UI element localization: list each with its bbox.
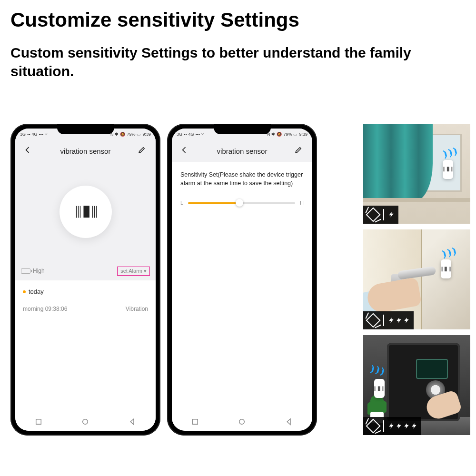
svg-rect-2 xyxy=(193,419,198,424)
intensity-badge xyxy=(363,311,414,329)
sensor-device-icon: ⦀▮⦀ xyxy=(441,259,451,278)
signal-waves-icon: ⦘⦘⦘ xyxy=(368,363,387,377)
sensor-status-area: ⦀▮⦀ xyxy=(15,162,156,262)
edit-icon[interactable] xyxy=(294,146,305,156)
status-3g: 3G xyxy=(177,132,182,137)
status-signal-2: ▪▪▪ xyxy=(195,132,200,137)
phone-notch xyxy=(214,124,271,134)
nav-recent-button[interactable] xyxy=(33,416,44,427)
badge-divider xyxy=(383,315,384,326)
battery-pct: 79% xyxy=(127,132,135,137)
clock: 9:39 xyxy=(142,132,151,137)
mute-icon: 🔕 xyxy=(277,132,282,137)
phone-notch xyxy=(57,124,114,134)
vibration-icon: ⦀▮⦀ xyxy=(75,202,96,222)
back-arrow-icon[interactable] xyxy=(179,145,190,157)
curtain-shape xyxy=(363,124,433,202)
svg-point-3 xyxy=(239,419,245,424)
page-subheading: Custom sensitivity Settings to better un… xyxy=(0,36,476,80)
sensor-status-circle[interactable]: ⦀▮⦀ xyxy=(60,186,112,238)
info-row: High set Alarm ▾ xyxy=(15,262,156,280)
event-log: today morning 09:38:06 Vibration xyxy=(15,280,156,412)
phone-mockup-2: 3G ▪▪ 4G ▪▪▪ ⌔ N ✱ 🔕 79% ▭ 9:39 xyxy=(167,124,317,436)
status-signal-1: ▪▪ xyxy=(184,132,187,137)
battery-pct: 79% xyxy=(283,132,292,137)
svg-point-1 xyxy=(83,419,88,424)
back-arrow-icon[interactable] xyxy=(23,145,33,157)
bolt-icon xyxy=(396,315,402,326)
battery-icon xyxy=(21,268,30,274)
phone-mockup-1: 3G ▪▪ 4G ▪▪▪ ⌔ N ✱ 🔕 79% ▭ 9:39 xyxy=(10,124,160,436)
vibration-badge-icon xyxy=(367,420,379,432)
status-4g: 4G xyxy=(31,132,37,137)
svg-rect-0 xyxy=(36,419,41,424)
android-nav-bar xyxy=(172,412,312,431)
scenario-safe: ⦀▮⦀ ⦘⦘⦘ xyxy=(363,335,470,435)
nav-recent-button[interactable] xyxy=(190,416,200,427)
safe-keypad-shape xyxy=(416,359,448,379)
slider-track[interactable] xyxy=(188,202,295,204)
sensitivity-panel: Sensitivity Set(Please shake the device … xyxy=(172,162,312,412)
bolt-group xyxy=(388,315,410,326)
sensor-device-icon: ⦀▮⦀ xyxy=(443,160,453,179)
scenario-door: ⦀▮⦀ ⦘⦘⦘ xyxy=(363,229,470,329)
log-row: morning 09:38:06 Vibration xyxy=(15,299,156,319)
signal-waves-icon: ⦘⦘⦘ xyxy=(441,246,459,260)
app-title: vibration sensor xyxy=(190,147,294,155)
battery-status-icon: ▭ xyxy=(137,132,141,137)
nav-home-button[interactable] xyxy=(237,416,247,427)
today-dot-icon xyxy=(23,290,26,293)
edit-icon[interactable] xyxy=(138,146,148,156)
nav-back-button[interactable] xyxy=(127,416,138,427)
scenario-window: ⦀▮⦀ ⦘⦘⦘ xyxy=(363,124,470,224)
bolt-icon xyxy=(388,209,395,220)
clock: 9:39 xyxy=(299,132,307,137)
bolt-icon xyxy=(403,421,410,431)
badge-divider xyxy=(383,420,384,432)
badge-divider xyxy=(383,209,384,220)
set-alarm-button[interactable]: set Alarm ▾ xyxy=(117,267,150,276)
today-heading: today xyxy=(23,288,148,295)
slider-thumb[interactable] xyxy=(236,199,243,207)
sensitivity-instructions: Sensitivity Set(Please shake the device … xyxy=(180,170,304,188)
wifi-icon: ⌔ xyxy=(45,132,47,137)
bolt-icon xyxy=(396,421,402,431)
status-3g: 3G xyxy=(20,132,26,137)
bolt-icon xyxy=(388,315,395,326)
wifi-icon: ⌔ xyxy=(201,132,204,137)
content-row: 3G ▪▪ 4G ▪▪▪ ⌔ N ✱ 🔕 79% ▭ 9:39 xyxy=(10,124,470,436)
intensity-badge xyxy=(363,206,398,224)
intensity-badge xyxy=(363,417,421,435)
page-heading: Customize sensitivity Settings xyxy=(0,0,476,36)
phone-screen-1: 3G ▪▪ 4G ▪▪▪ ⌔ N ✱ 🔕 79% ▭ 9:39 xyxy=(15,129,156,431)
sensor-device-icon: ⦀▮⦀ xyxy=(374,379,385,398)
bt-icon: ✱ xyxy=(115,132,119,137)
slider-low-label: L xyxy=(180,200,183,206)
sensitivity-slider[interactable]: L H xyxy=(180,200,304,206)
today-label-text: today xyxy=(29,288,44,295)
sill-shape xyxy=(363,198,470,202)
bolt-icon xyxy=(403,315,410,326)
app-header: vibration sensor xyxy=(15,140,156,162)
android-nav-bar xyxy=(15,412,156,431)
status-signal-2: ▪▪▪ xyxy=(39,132,43,137)
nav-back-button[interactable] xyxy=(284,416,294,427)
slider-high-label: H xyxy=(300,200,304,206)
log-event: Vibration xyxy=(126,306,148,312)
battery-status-icon: ▭ xyxy=(293,132,298,137)
nav-home-button[interactable] xyxy=(80,416,90,427)
vibration-badge-icon xyxy=(367,314,379,327)
mute-icon: 🔕 xyxy=(120,132,125,137)
scenario-thumbnails: ⦀▮⦀ ⦘⦘⦘ ⦀▮⦀ ⦘⦘⦘ xyxy=(363,124,470,436)
bt-icon: ✱ xyxy=(271,132,275,137)
status-4g: 4G xyxy=(188,132,194,137)
bolt-group xyxy=(388,421,417,431)
bolt-icon xyxy=(411,421,417,431)
app-title: vibration sensor xyxy=(33,147,138,155)
set-alarm-label: set Alarm xyxy=(120,268,142,274)
log-time: morning 09:38:06 xyxy=(23,306,67,312)
bolt-group xyxy=(388,209,395,220)
vibration-badge-icon xyxy=(367,208,379,221)
status-signal-1: ▪▪ xyxy=(27,132,30,137)
battery-level-text: High xyxy=(33,268,45,274)
